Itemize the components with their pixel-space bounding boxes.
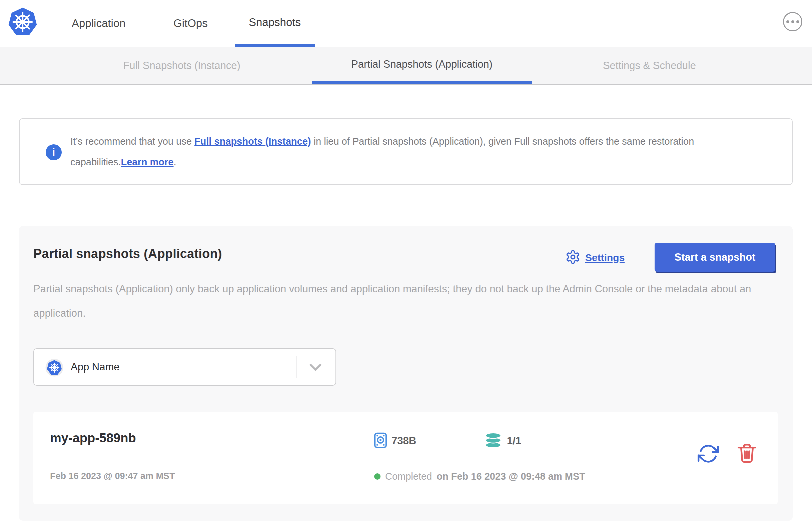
top-navbar: Application GitOps Snapshots	[0, 0, 812, 47]
snapshot-volumes-value: 1/1	[507, 435, 521, 447]
gear-icon	[565, 249, 581, 266]
snapshot-row: my-app-589nb Feb 16 2023 @ 09:47 am MST …	[33, 412, 778, 504]
start-snapshot-button[interactable]: Start a snapshot	[655, 243, 775, 272]
info-icon: i	[46, 144, 62, 160]
panel-title: Partial snapshots (Application)	[33, 247, 222, 261]
snapshot-size-value: 738B	[391, 435, 416, 447]
nav-tab-snapshots[interactable]: Snapshots	[235, 0, 315, 47]
tab-partial-snapshots-application[interactable]: Partial Snapshots (Application)	[312, 47, 532, 84]
snapshot-finished-timestamp: on Feb 16 2023 @ 09:48 am MST	[436, 471, 585, 482]
selector-divider	[296, 356, 296, 378]
snapshot-volumes-metric: 1/1	[484, 432, 521, 450]
restore-icon	[698, 460, 719, 465]
learn-more-link[interactable]: Learn more	[121, 157, 174, 167]
status-dot-icon	[374, 473, 380, 480]
partial-snapshots-panel: Partial snapshots (Application) Settings…	[19, 226, 793, 521]
more-options-button[interactable]	[783, 12, 802, 31]
ellipsis-icon	[786, 20, 789, 23]
recommendation-banner: i It’s recommend that you use Full snaps…	[19, 118, 793, 185]
banner-text-part3: .	[173, 157, 176, 167]
snapshot-name: my-app-589nb	[50, 431, 136, 445]
snapshot-status: Completed	[385, 471, 432, 482]
delete-snapshot-button[interactable]	[737, 442, 757, 464]
chevron-down-icon	[309, 364, 321, 372]
trash-icon	[737, 460, 757, 465]
database-icon	[484, 432, 502, 450]
snapshot-size-metric: 738B	[374, 432, 416, 450]
tab-full-snapshots-instance[interactable]: Full Snapshots (Instance)	[98, 47, 265, 84]
kubernetes-logo-icon	[8, 7, 38, 37]
full-snapshots-link[interactable]: Full snapshots (Instance)	[194, 136, 311, 147]
restore-snapshot-button[interactable]	[698, 443, 719, 464]
app-name-selector[interactable]: App Name	[33, 348, 336, 386]
disk-icon	[374, 432, 387, 450]
nav-tab-application[interactable]: Application	[72, 0, 126, 47]
ellipsis-icon	[791, 20, 794, 23]
snapshot-status-row: Completed on Feb 16 2023 @ 09:48 am MST	[374, 471, 585, 482]
app-kubernetes-icon	[45, 359, 63, 377]
app-selector-value: App Name	[71, 349, 119, 385]
snapshots-page: Application GitOps Snapshots Full Snapsh…	[0, 0, 812, 530]
snapshots-subtabs: Full Snapshots (Instance) Partial Snapsh…	[0, 47, 812, 85]
banner-text-part1: It’s recommend that you use	[70, 136, 194, 147]
banner-text: It’s recommend that you use Full snapsho…	[70, 131, 769, 172]
panel-description: Partial snapshots (Application) only bac…	[33, 277, 782, 325]
ellipsis-icon	[796, 20, 799, 23]
snapshot-created-timestamp: Feb 16 2023 @ 09:47 am MST	[50, 471, 175, 481]
tab-settings-schedule[interactable]: Settings & Schedule	[583, 47, 715, 84]
settings-link-label: Settings	[585, 252, 625, 263]
nav-tab-gitops[interactable]: GitOps	[173, 0, 208, 47]
snapshot-settings-link[interactable]: Settings	[565, 249, 625, 266]
